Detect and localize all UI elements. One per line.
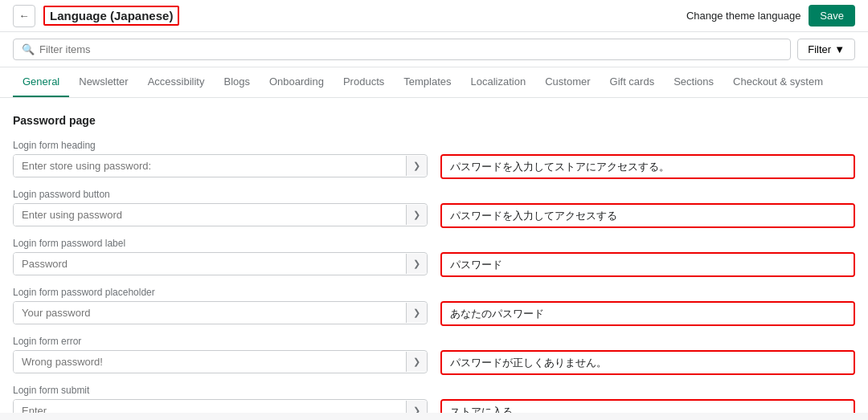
field-input[interactable]	[14, 253, 406, 275]
translation-group	[434, 189, 855, 228]
field-input[interactable]	[14, 155, 406, 177]
field-input-wrap: ❯	[13, 203, 428, 226]
translation-group	[434, 336, 855, 375]
translation-spacer	[440, 189, 855, 200]
translation-wrap	[440, 154, 855, 179]
field-group: Login form password label❯	[13, 238, 434, 277]
field-row: Login password button❯	[13, 189, 855, 228]
translation-spacer	[440, 336, 855, 347]
field-row: Login form password label❯	[13, 238, 855, 277]
translation-spacer	[440, 238, 855, 249]
field-input-wrap: ❯	[13, 154, 428, 177]
translation-input[interactable]	[442, 352, 854, 373]
tab-newsletter[interactable]: Newsletter	[69, 67, 137, 97]
filter-input-wrap: 🔍	[13, 39, 791, 60]
field-arrow-icon[interactable]: ❯	[406, 303, 427, 323]
tab-sections[interactable]: Sections	[664, 67, 723, 97]
fields-container: Login form heading❯ Login password butto…	[13, 140, 855, 413]
field-label: Login form error	[13, 336, 428, 347]
field-input[interactable]	[14, 204, 406, 226]
translation-input[interactable]	[442, 156, 854, 177]
filter-label: Filter	[808, 43, 831, 55]
field-input[interactable]	[14, 400, 406, 413]
field-label: Login password button	[13, 189, 428, 200]
field-arrow-icon[interactable]: ❯	[406, 156, 427, 176]
chevron-down-icon: ▼	[834, 43, 845, 55]
tab-templates[interactable]: Templates	[394, 67, 461, 97]
translation-group	[434, 140, 855, 179]
field-group: Login form submit❯	[13, 385, 434, 413]
tab-onboarding[interactable]: Onboarding	[260, 67, 334, 97]
field-label: Login form password label	[13, 238, 428, 249]
translation-wrap	[440, 203, 855, 228]
field-group: Login form password placeholder❯	[13, 287, 434, 326]
field-group: Login password button❯	[13, 189, 434, 228]
translation-input[interactable]	[442, 401, 854, 413]
field-input[interactable]	[14, 302, 406, 324]
field-row: Login form heading❯	[13, 140, 855, 179]
field-label: Login form heading	[13, 140, 428, 151]
translation-group	[434, 287, 855, 326]
tab-customer[interactable]: Customer	[535, 67, 600, 97]
field-arrow-icon[interactable]: ❯	[406, 254, 427, 274]
translation-group	[434, 385, 855, 413]
top-bar-left: ← Language (Japanese)	[13, 5, 179, 27]
field-group: Login form heading❯	[13, 140, 434, 179]
main-content: Password page Login form heading❯ Login …	[0, 98, 868, 413]
save-button[interactable]: Save	[809, 5, 855, 27]
tab-general[interactable]: General	[13, 67, 69, 97]
field-label: Login form submit	[13, 385, 428, 396]
field-input[interactable]	[14, 351, 406, 373]
translation-wrap	[440, 399, 855, 413]
tab-blogs[interactable]: Blogs	[214, 67, 260, 97]
translation-spacer	[440, 385, 855, 396]
field-arrow-icon[interactable]: ❯	[406, 401, 427, 413]
filter-input[interactable]	[39, 43, 782, 55]
field-input-wrap: ❯	[13, 399, 428, 413]
field-arrow-icon[interactable]: ❯	[406, 352, 427, 372]
translation-spacer	[440, 287, 855, 298]
search-icon: 🔍	[22, 43, 35, 55]
tabs-bar: GeneralNewsletterAccessibilityBlogsOnboa…	[0, 67, 868, 98]
tab-gift-cards[interactable]: Gift cards	[600, 67, 665, 97]
top-bar: ← Language (Japanese) Change theme langu…	[0, 0, 868, 32]
field-input-wrap: ❯	[13, 301, 428, 324]
translation-wrap	[440, 252, 855, 277]
back-button[interactable]: ←	[13, 5, 35, 27]
page-title: Language (Japanese)	[43, 6, 179, 26]
field-group: Login form error❯	[13, 336, 434, 375]
filter-button[interactable]: Filter ▼	[797, 39, 855, 60]
tab-localization[interactable]: Localization	[461, 67, 536, 97]
top-bar-right: Change theme language Save	[686, 5, 855, 27]
field-label: Login form password placeholder	[13, 287, 428, 298]
field-row: Login form password placeholder❯	[13, 287, 855, 326]
translation-group	[434, 238, 855, 277]
field-input-wrap: ❯	[13, 252, 428, 275]
field-row: Login form submit❯	[13, 385, 855, 413]
field-row: Login form error❯	[13, 336, 855, 375]
tab-products[interactable]: Products	[334, 67, 394, 97]
translation-input[interactable]	[442, 303, 854, 324]
field-arrow-icon[interactable]: ❯	[406, 205, 427, 225]
translation-input[interactable]	[442, 205, 854, 226]
section-title: Password page	[13, 114, 855, 127]
tab-accessibility[interactable]: Accessibility	[138, 67, 215, 97]
filter-bar: 🔍 Filter ▼	[0, 32, 868, 67]
translation-wrap	[440, 301, 855, 326]
tab-checkout-&-system[interactable]: Checkout & system	[723, 67, 833, 97]
translation-input[interactable]	[442, 254, 854, 275]
field-input-wrap: ❯	[13, 350, 428, 373]
change-theme-button[interactable]: Change theme language	[686, 10, 800, 22]
translation-wrap	[440, 350, 855, 375]
translation-spacer	[440, 140, 855, 151]
